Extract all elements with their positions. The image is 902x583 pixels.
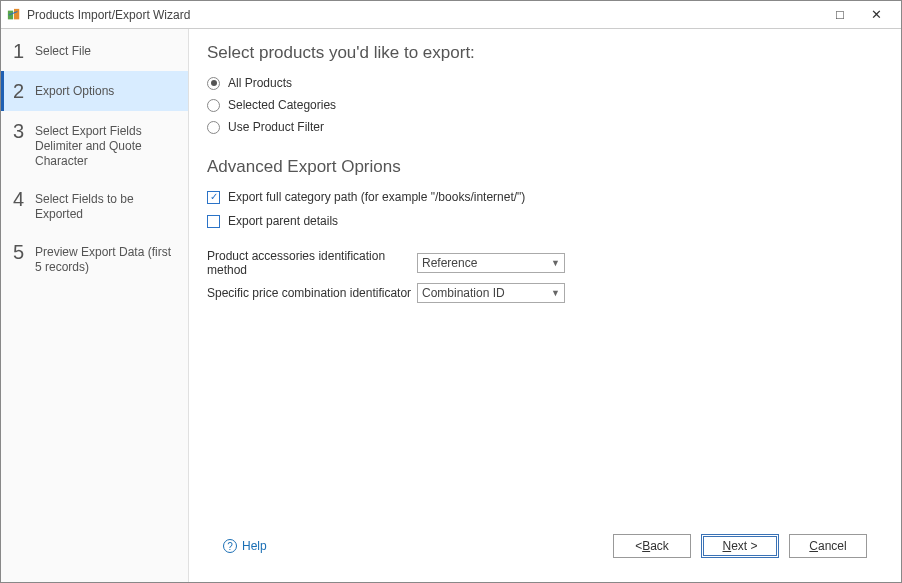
window-title: Products Import/Export Wizard bbox=[27, 8, 829, 22]
checkbox-icon bbox=[207, 215, 220, 228]
step-label: Export Options bbox=[35, 81, 178, 99]
next-button[interactable]: Next > bbox=[701, 534, 779, 558]
titlebar: Products Import/Export Wizard □ ✕ bbox=[1, 1, 901, 29]
combo-value: Combination ID bbox=[422, 286, 505, 300]
combo-row-price-identificator: Specific price combination identificator… bbox=[207, 283, 883, 303]
step-number: 4 bbox=[13, 189, 35, 209]
radio-icon bbox=[207, 121, 220, 134]
accessories-method-dropdown[interactable]: Reference ▼ bbox=[417, 253, 565, 273]
step-select-fields[interactable]: 4 Select Fields to be Exported bbox=[1, 179, 188, 232]
section-heading-select: Select products you'd like to export: bbox=[207, 43, 883, 63]
checkbox-label: Export parent details bbox=[228, 214, 338, 228]
checkbox-full-category-path[interactable]: Export full category path (for example "… bbox=[207, 187, 883, 207]
window-controls: □ ✕ bbox=[829, 7, 895, 22]
cancel-button[interactable]: Cancel bbox=[789, 534, 867, 558]
radio-all-products[interactable]: All Products bbox=[207, 73, 883, 93]
footer: ? Help < Back Next > Cancel bbox=[207, 524, 883, 572]
step-number: 3 bbox=[13, 121, 35, 141]
wizard-window: Products Import/Export Wizard □ ✕ 1 Sele… bbox=[0, 0, 902, 583]
price-identificator-dropdown[interactable]: Combination ID ▼ bbox=[417, 283, 565, 303]
step-label: Select Export Fields Delimiter and Quote… bbox=[35, 121, 178, 169]
radio-label: All Products bbox=[228, 76, 292, 90]
close-icon[interactable]: ✕ bbox=[865, 7, 887, 22]
combo-row-accessories-method: Product accessories identification metho… bbox=[207, 249, 883, 277]
radio-label: Use Product Filter bbox=[228, 120, 324, 134]
combo-label: Specific price combination identificator bbox=[207, 286, 417, 300]
step-number: 2 bbox=[13, 81, 35, 101]
step-delimiter[interactable]: 3 Select Export Fields Delimiter and Quo… bbox=[1, 111, 188, 179]
step-number: 1 bbox=[13, 41, 35, 61]
wizard-steps-sidebar: 1 Select File 2 Export Options 3 Select … bbox=[1, 29, 189, 582]
help-link[interactable]: ? Help bbox=[223, 539, 267, 553]
step-export-options[interactable]: 2 Export Options bbox=[1, 71, 188, 111]
chevron-down-icon: ▼ bbox=[551, 258, 560, 268]
radio-selected-categories[interactable]: Selected Categories bbox=[207, 95, 883, 115]
radio-icon bbox=[207, 77, 220, 90]
help-icon: ? bbox=[223, 539, 237, 553]
step-preview[interactable]: 5 Preview Export Data (first 5 records) bbox=[1, 232, 188, 285]
checkbox-export-parent-details[interactable]: Export parent details bbox=[207, 211, 883, 231]
checkbox-label: Export full category path (for example "… bbox=[228, 190, 525, 204]
help-label: Help bbox=[242, 539, 267, 553]
combo-value: Reference bbox=[422, 256, 477, 270]
combo-label: Product accessories identification metho… bbox=[207, 249, 417, 277]
step-select-file[interactable]: 1 Select File bbox=[1, 31, 188, 71]
svg-rect-1 bbox=[14, 8, 19, 19]
radio-label: Selected Categories bbox=[228, 98, 336, 112]
radio-use-product-filter[interactable]: Use Product Filter bbox=[207, 117, 883, 137]
product-scope-radio-group: All Products Selected Categories Use Pro… bbox=[207, 73, 883, 139]
section-heading-advanced: Advanced Export Oprions bbox=[207, 157, 883, 177]
chevron-down-icon: ▼ bbox=[551, 288, 560, 298]
main-panel: Select products you'd like to export: Al… bbox=[189, 29, 901, 582]
back-button[interactable]: < Back bbox=[613, 534, 691, 558]
step-label: Preview Export Data (first 5 records) bbox=[35, 242, 178, 275]
app-icon bbox=[7, 8, 21, 22]
step-label: Select File bbox=[35, 41, 178, 59]
body: 1 Select File 2 Export Options 3 Select … bbox=[1, 29, 901, 582]
step-number: 5 bbox=[13, 242, 35, 262]
step-label: Select Fields to be Exported bbox=[35, 189, 178, 222]
radio-icon bbox=[207, 99, 220, 112]
checkbox-icon bbox=[207, 191, 220, 204]
maximize-icon[interactable]: □ bbox=[829, 7, 851, 22]
